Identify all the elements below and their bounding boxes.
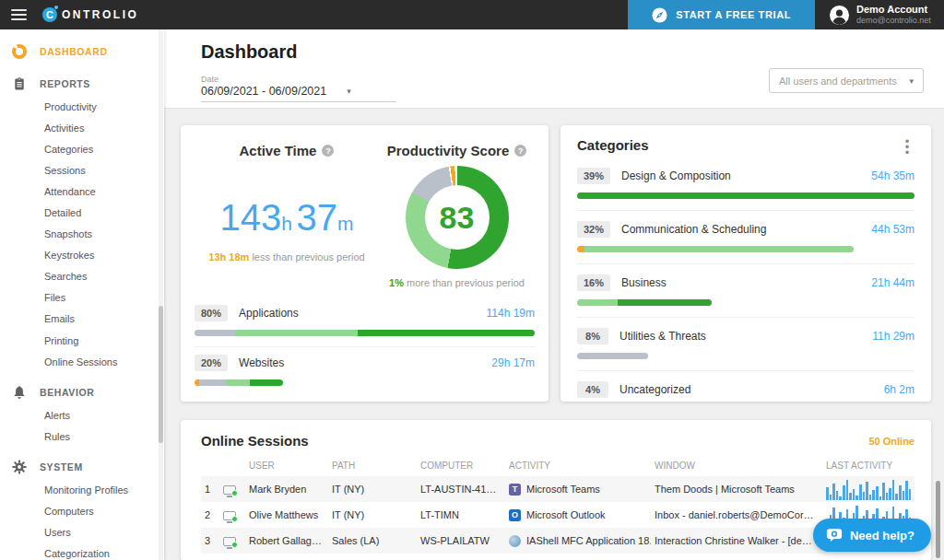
sidebar-item-categorization[interactable]: Categorization (0, 542, 164, 560)
column-header-user: USER (245, 456, 328, 476)
sidebar-item-searches[interactable]: Searches (0, 265, 164, 286)
dashboard-content: Active Time ? 143h 37m 13h 18m less than… (164, 109, 944, 560)
session-row[interactable]: 3Robert GallagherSales (LA)WS-PLAILATWIA… (201, 528, 914, 554)
computer-online-icon (223, 511, 236, 520)
categories-list: 39%Design & Composition54h 35m32%Communi… (577, 158, 914, 402)
usage-row: 80%Applications114h 19m (195, 298, 535, 346)
session-user: Robert Gallagher (245, 528, 328, 554)
help-icon[interactable]: ? (514, 145, 526, 157)
account-name: Demo Account (856, 4, 931, 17)
category-value: 44h 53m (871, 223, 914, 236)
session-activity: Microsoft Outlook (526, 509, 606, 520)
app-window: C ONTROLIO START A FREE TRIAL Demo Accou… (0, 0, 944, 560)
main-header: Dashboard Date 06/09/2021 - 06/09/2021 ▾… (164, 29, 944, 109)
compass-icon (652, 7, 667, 23)
need-help-button[interactable]: Need help? (813, 519, 931, 552)
sidebar-item-detailed[interactable]: Detailed (0, 202, 164, 223)
sidebar-section-label: REPORTS (40, 78, 90, 89)
category-bar (577, 192, 914, 199)
account-menu[interactable]: Demo Account demo@controlio.net (815, 4, 944, 27)
percent-badge: 16% (577, 274, 610, 291)
session-activity: IAShell MFC Application 18.3. (526, 535, 651, 546)
usage-bar (195, 379, 283, 386)
session-window: Inbox - daniel.roberts@DemoCorp.co... (651, 502, 822, 528)
sidebar-section-system[interactable]: SYSTEM (0, 455, 164, 479)
row-number: 3 (201, 528, 219, 554)
sidebar-item-productivity[interactable]: Productivity (0, 96, 164, 117)
help-icon[interactable]: ? (322, 145, 334, 157)
sidebar-item-keystrokes[interactable]: Keystrokes (0, 244, 164, 265)
bell-icon (12, 385, 27, 400)
sidebar-item-categories[interactable]: Categories (0, 138, 164, 159)
active-time-value: 143h 37m (195, 197, 379, 239)
column-header-computer: COMPUTER (417, 456, 505, 476)
category-row: 4%Uncategorized6h 2m (577, 370, 914, 402)
category-label: Business (621, 276, 667, 289)
session-row[interactable]: 1Mark BrydenIT (NY)LT-AUSTIN-41419TMicro… (201, 476, 914, 502)
usage-row: 20%Websites29h 17m (195, 346, 535, 396)
category-row: 32%Communication & Scheduling44h 53m (577, 210, 914, 263)
start-free-trial-button[interactable]: START A FREE TRIAL (628, 0, 815, 29)
sidebar-item-activities[interactable]: Activities (0, 117, 164, 138)
category-value: 11h 29m (872, 330, 914, 343)
column-header-path: PATH (328, 456, 417, 476)
column-header-window: WINDOW (651, 456, 822, 476)
session-row[interactable]: 2Olive MatthewsIT (NY)LT-TIMNOMicrosoft … (201, 502, 914, 528)
sidebar-item-snapshots[interactable]: Snapshots (0, 223, 164, 244)
row-number: 2 (201, 502, 219, 528)
productivity-donut-chart: 83 (406, 166, 509, 269)
sidebar-item-rules[interactable]: Rules (0, 426, 164, 447)
sidebar-item-attendance[interactable]: Attendance (0, 181, 164, 202)
category-value: 6h 2m (884, 383, 914, 396)
sidebar-item-online-sessions[interactable]: Online Sessions (0, 351, 164, 372)
sidebar-item-users[interactable]: Users (0, 521, 164, 542)
sidebar-dashboard-label: DASHBOARD (40, 46, 108, 57)
session-computer: LT-TIMN (417, 502, 505, 528)
dashboard-icon (12, 44, 27, 59)
sidebar-item-alerts[interactable]: Alerts (0, 404, 164, 426)
column-header-activity: ACTIVITY (505, 456, 651, 476)
sidebar-scrollbar[interactable] (159, 29, 163, 560)
session-window: Them Doods | Microsoft Teams (651, 476, 822, 502)
usage-bar (195, 330, 535, 336)
session-user: Mark Bryden (245, 476, 328, 502)
sidebar-section-label: BEHAVIOR (40, 387, 94, 398)
sidebar: DASHBOARD REPORTSProductivityActivitiesC… (0, 29, 164, 560)
sidebar-nav: REPORTSProductivityActivitiesCategoriesS… (0, 72, 164, 560)
sidebar-item-files[interactable]: Files (0, 286, 164, 308)
sidebar-item-sessions[interactable]: Sessions (0, 159, 164, 181)
percent-badge: 4% (577, 381, 608, 398)
sidebar-item-printing[interactable]: Printing (0, 330, 164, 351)
app-icon (509, 535, 521, 547)
users-filter-value: All users and departments (779, 76, 897, 87)
sidebar-item-dashboard[interactable]: DASHBOARD (0, 40, 164, 64)
online-count-badge: 50 Online (868, 436, 914, 447)
date-range-value: 06/09/2021 - 06/09/2021 (201, 85, 326, 98)
main-area: Dashboard Date 06/09/2021 - 06/09/2021 ▾… (164, 29, 944, 560)
menu-hamburger-icon[interactable] (0, 9, 37, 20)
computer-online-icon (223, 537, 236, 546)
page-title: Dashboard (201, 41, 924, 63)
percent-badge: 8% (577, 328, 608, 344)
kebab-menu-icon[interactable]: ••• (900, 137, 914, 156)
category-row: 16%Business21h 44m (577, 263, 914, 317)
sidebar-section-reports[interactable]: REPORTS (0, 72, 164, 96)
category-label: Design & Composition (621, 169, 731, 182)
date-range-picker[interactable]: Date 06/09/2021 - 06/09/2021 ▾ (201, 75, 396, 102)
column-header-last-activity: LAST ACTIVITY (822, 456, 914, 476)
outlook-icon: O (509, 509, 521, 521)
session-computer: LT-AUSTIN-41419 (417, 476, 505, 502)
activity-sparkline (826, 478, 914, 500)
computer-online-icon (223, 485, 236, 495)
session-activity: Microsoft Teams (526, 484, 600, 495)
usage-label: Websites (239, 356, 284, 369)
users-filter-select[interactable]: All users and departments ▾ (769, 68, 924, 93)
sidebar-item-emails[interactable]: Emails (0, 308, 164, 329)
session-path: Sales (LA) (328, 528, 417, 554)
table-scrollbar[interactable] (936, 481, 940, 558)
sidebar-section-behavior[interactable]: BEHAVIOR (0, 380, 164, 404)
sidebar-item-computers[interactable]: Computers (0, 500, 164, 521)
session-user: Olive Matthews (245, 502, 328, 528)
controlio-logo-text: ONTROLIO (62, 8, 138, 21)
sidebar-item-monitoring-profiles[interactable]: Monitoring Profiles (0, 479, 164, 500)
